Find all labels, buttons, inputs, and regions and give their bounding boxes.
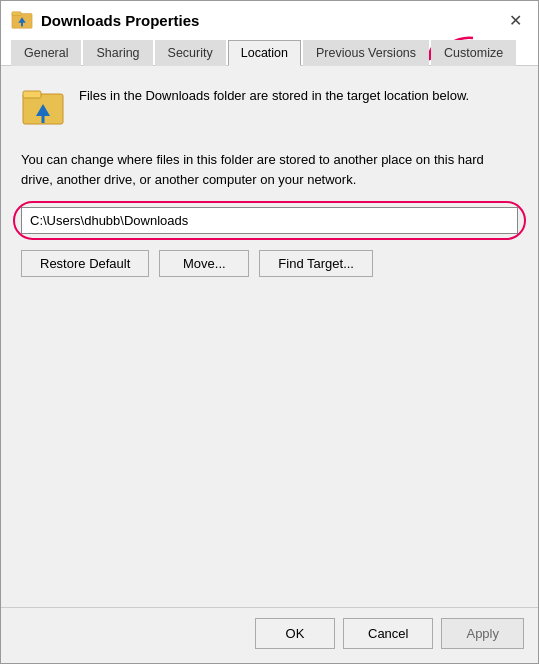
content-area: Files in the Downloads folder are stored…: [1, 66, 538, 607]
tab-general[interactable]: General: [11, 40, 81, 66]
cancel-button[interactable]: Cancel: [343, 618, 433, 649]
folder-big-icon: [21, 86, 65, 130]
path-input[interactable]: [21, 207, 518, 234]
info-text: Files in the Downloads folder are stored…: [79, 86, 469, 106]
svg-rect-1: [12, 12, 21, 16]
restore-default-button[interactable]: Restore Default: [21, 250, 149, 277]
window-title: Downloads Properties: [41, 12, 199, 29]
close-button[interactable]: ✕: [504, 9, 526, 31]
tab-sharing[interactable]: Sharing: [83, 40, 152, 66]
window: Downloads Properties ✕ General Sharing S…: [0, 0, 539, 664]
move-button[interactable]: Move...: [159, 250, 249, 277]
tab-location[interactable]: Location: [228, 40, 301, 66]
tab-bar: General Sharing Security Location Previo…: [11, 39, 526, 65]
action-buttons: Restore Default Move... Find Target...: [21, 250, 518, 277]
apply-button[interactable]: Apply: [441, 618, 524, 649]
svg-rect-8: [42, 114, 45, 123]
svg-rect-3: [21, 22, 23, 27]
footer: OK Cancel Apply: [1, 607, 538, 663]
find-target-button[interactable]: Find Target...: [259, 250, 373, 277]
folder-icon: [11, 9, 33, 31]
info-section: Files in the Downloads folder are stored…: [21, 86, 518, 130]
tab-security[interactable]: Security: [155, 40, 226, 66]
tab-customize[interactable]: Customize: [431, 40, 516, 66]
svg-rect-6: [23, 91, 41, 98]
tab-previous-versions[interactable]: Previous Versions: [303, 40, 429, 66]
description-text: You can change where files in this folde…: [21, 152, 484, 187]
description-section: You can change where files in this folde…: [21, 150, 518, 189]
title-bar: Downloads Properties ✕ General Sharing S…: [1, 1, 538, 66]
ok-button[interactable]: OK: [255, 618, 335, 649]
path-section: [21, 207, 518, 234]
